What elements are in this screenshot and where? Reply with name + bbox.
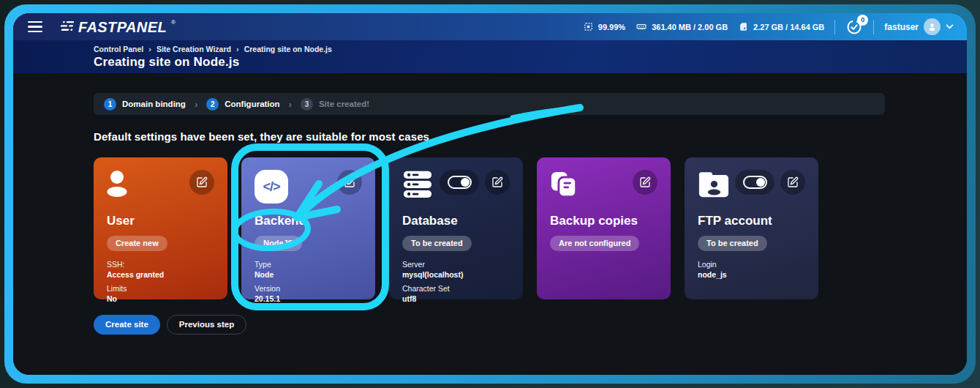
code-icon: </> (255, 170, 288, 204)
username: fastuser (884, 22, 919, 32)
ftp-toggle[interactable] (735, 170, 774, 195)
user-menu[interactable]: fastuser (884, 18, 954, 35)
edit-icon (787, 176, 799, 188)
topbar-right: 99.99% 361.40 MB / 2.00 GB (583, 18, 954, 36)
backend-nodejs-badge: NodeJS (255, 236, 302, 251)
cpu-value: 99.99% (598, 23, 625, 31)
hamburger-menu-icon[interactable] (25, 18, 45, 36)
database-status-badge: To be created (402, 236, 472, 251)
card-title: Backend (255, 214, 362, 228)
fastpanel-app: FASTPANEL ® 99.99% (13, 13, 967, 375)
card-title: Backup copies (550, 214, 657, 228)
ram-icon (636, 21, 647, 32)
user-avatar-icon (924, 18, 941, 35)
disk-usage-stat: 2.27 GB / 14.64 GB (738, 21, 824, 32)
field-value: 20.15.1 (255, 294, 362, 305)
ram-usage-stat: 361.40 MB / 2.00 GB (636, 21, 728, 32)
field-charset: Character Set utf8 (402, 284, 510, 304)
ram-value: 361.40 MB / 2.00 GB (652, 23, 728, 31)
screenshot-backdrop: FASTPANEL ® 99.99% (0, 0, 980, 388)
field-label: Server (402, 260, 510, 270)
field-label: Version (255, 284, 362, 294)
main-content: 1 Domain binding › 2 Configuration › 3 S… (13, 73, 967, 375)
field-label: SSH: (107, 260, 214, 270)
cpu-icon (583, 21, 594, 32)
logo-text: FASTPANEL (78, 18, 167, 36)
create-site-button[interactable]: Create site (94, 315, 160, 335)
previous-step-button[interactable]: Previous step (167, 315, 246, 335)
cpu-usage-stat: 99.99% (583, 21, 625, 32)
step-site-created: 3 Site created! (301, 98, 369, 111)
ftp-edit-button[interactable] (780, 170, 805, 195)
page-header-band: Control Panel › Site Creation Wizard › C… (13, 40, 967, 73)
topbar-separator (834, 20, 835, 34)
backend-card: </> Backend NodeJS (241, 157, 375, 299)
topbar-separator (873, 20, 874, 34)
person-icon (107, 170, 131, 198)
field-value: node_js (698, 270, 805, 280)
breadcrumb-site-creation-wizard[interactable]: Site Creation Wizard (157, 45, 231, 53)
copy-icon (550, 170, 578, 199)
notifications-button[interactable]: 0 (845, 18, 863, 36)
user-edit-button[interactable] (189, 170, 214, 195)
fastpanel-logo[interactable]: FASTPANEL ® (57, 18, 176, 36)
step-configuration[interactable]: 2 Configuration (206, 98, 279, 111)
step-label: Configuration (225, 100, 279, 108)
field-version: Version 20.15.1 (255, 284, 362, 304)
field-type: Type Node (255, 260, 362, 280)
user-status-badge: Create new (107, 236, 167, 251)
breadcrumb: Control Panel › Site Creation Wizard › C… (94, 45, 967, 53)
step-number: 2 (206, 98, 219, 111)
settings-cards-row: User Create new SSH: Access granted Limi… (94, 157, 885, 299)
edit-icon (491, 176, 503, 188)
edit-icon (639, 176, 651, 188)
server-stack-icon (402, 170, 433, 199)
notifications-count-badge: 0 (857, 15, 868, 26)
disk-value: 2.27 GB / 14.64 GB (753, 23, 824, 31)
folder-user-icon (698, 170, 730, 199)
field-login: Login node_js (698, 260, 805, 280)
backup-card: Backup copies Are not configured (537, 157, 671, 299)
disk-icon (738, 21, 749, 32)
step-separator-icon: › (195, 99, 197, 110)
ftp-status-badge: To be created (698, 236, 767, 251)
fastpanel-logo-icon (57, 18, 74, 34)
field-value: Access granted (107, 270, 214, 280)
field-server: Server mysql(localhost) (402, 260, 510, 280)
step-label: Site created! (319, 100, 369, 108)
field-label: Login (698, 260, 805, 270)
field-limits: Limits No (107, 284, 214, 304)
breadcrumb-separator-icon: › (236, 45, 239, 53)
step-number: 3 (301, 98, 313, 111)
step-number: 1 (104, 98, 116, 111)
step-separator-icon: › (289, 99, 292, 110)
chevron-down-icon (946, 24, 954, 29)
breadcrumb-current-page: Creating site on Node.js (244, 45, 332, 53)
database-edit-button[interactable] (485, 170, 510, 195)
card-title: FTP account (698, 214, 805, 228)
edit-icon (344, 176, 355, 188)
page-title: Creating site on Node.js (94, 55, 967, 70)
user-card: User Create new SSH: Access granted Limi… (94, 157, 227, 299)
backup-status-badge: Are not configured (550, 236, 639, 251)
breadcrumb-control-panel[interactable]: Control Panel (94, 45, 143, 53)
backend-edit-button[interactable] (337, 170, 362, 195)
step-domain-binding[interactable]: 1 Domain binding (104, 98, 186, 111)
wizard-actions: Create site Previous step (94, 315, 885, 335)
logo-registered-mark: ® (171, 19, 176, 26)
backup-edit-button[interactable] (633, 170, 657, 195)
edit-icon (196, 176, 208, 188)
card-title: Database (402, 214, 510, 228)
field-ssh: SSH: Access granted (107, 260, 214, 280)
database-toggle[interactable] (440, 170, 479, 195)
step-label: Domain binding (122, 100, 186, 108)
field-label: Type (255, 260, 362, 270)
field-value: Node (255, 270, 362, 280)
settings-heading: Default settings have been set, they are… (94, 130, 885, 143)
card-title: User (107, 214, 214, 228)
breadcrumb-separator-icon: › (148, 45, 151, 53)
wizard-stepper: 1 Domain binding › 2 Configuration › 3 S… (94, 93, 885, 115)
ftp-card: FTP account To be created Login node_js (685, 157, 818, 299)
field-value: No (107, 294, 214, 305)
database-card: Database To be created Server mysql(loca… (389, 157, 523, 299)
